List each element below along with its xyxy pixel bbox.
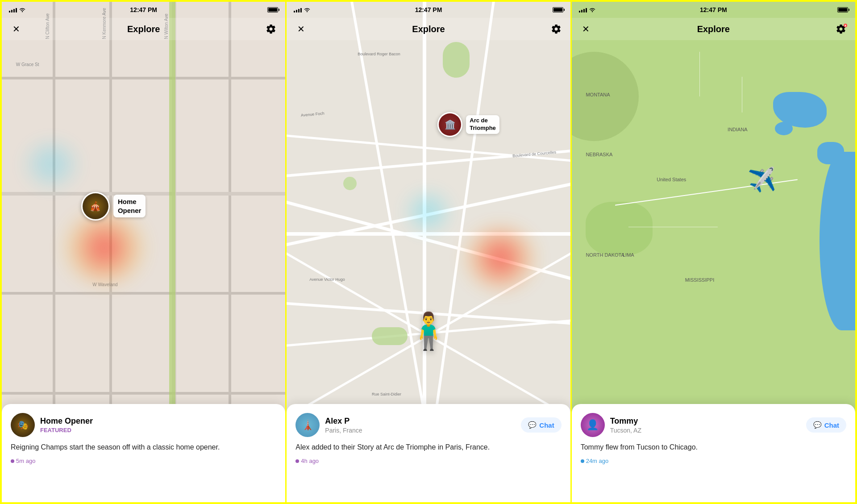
status-bar-3: 12:47 PM: [572, 2, 855, 18]
close-button-3[interactable]: ✕: [579, 22, 593, 36]
header-title-2: Explore: [412, 24, 445, 34]
status-right: [267, 7, 278, 12]
info-card-header-2: 🗼 Alex P Paris, France 💬 Chat: [295, 413, 561, 437]
home-opener-pin[interactable]: 🎪 Home Opener: [81, 192, 146, 221]
phone-screen-2: Avenue Foch Avenue Victor Hugo Boulevard…: [287, 2, 571, 502]
gear-icon: [266, 24, 276, 34]
info-time-1: 5m ago: [11, 458, 276, 464]
info-card-2: 🗼 Alex P Paris, France 💬 Chat Alex added…: [287, 404, 570, 502]
road: [2, 392, 285, 395]
crowd-image: 🎪: [83, 193, 108, 219]
time-dot-1: [11, 459, 14, 463]
label-4: MISSISSIPPI: [685, 277, 714, 283]
status-left-2: [294, 7, 311, 12]
chat-icon-2: 💬: [528, 421, 537, 429]
wifi-icon-3: [589, 7, 596, 12]
info-left-2: 🗼 Alex P Paris, France: [295, 413, 521, 437]
battery-icon: [267, 7, 278, 12]
heatmap: [64, 212, 145, 283]
info-name-section-2: Alex P Paris, France: [325, 417, 521, 434]
tommy-avatar: 👤: [581, 413, 605, 437]
crowd-avatar: 🎭: [11, 413, 35, 437]
gear-location-icon: [835, 24, 847, 34]
info-time-3: 24m ago: [581, 458, 846, 464]
time-dot-3: [581, 459, 584, 463]
time-display-3: 12:47 PM: [700, 6, 727, 13]
info-avatar-1: 🎭: [11, 413, 35, 437]
info-left-3: 👤 Tommy Tucson, AZ: [581, 413, 806, 437]
phone-screen-3: LIMA INDIANA United States MONTANA NEBRA…: [572, 2, 855, 502]
header-title-3: Explore: [697, 24, 730, 34]
settings-button-2[interactable]: [549, 22, 563, 36]
road: [2, 292, 285, 295]
settings-button-3[interactable]: [834, 22, 848, 36]
city-label-chicago: INDIANA: [728, 127, 748, 132]
status-right-2: [553, 7, 563, 12]
road: [2, 77, 285, 79]
info-time-2: 4h ago: [295, 458, 561, 464]
info-card-1: 🎭 Home Opener FEATURED Reigning Champs s…: [2, 404, 285, 502]
wifi-icon-2: [304, 7, 311, 12]
status-bar-1: 12:47 PM: [2, 2, 285, 18]
info-card-header-3: 👤 Tommy Tucson, AZ 💬 Chat: [581, 413, 846, 437]
status-bar-2: 12:47 PM: [287, 2, 570, 18]
city-label-us: United States: [657, 177, 686, 182]
street-label: W Grace St: [16, 62, 39, 67]
status-right-3: [837, 7, 848, 12]
status-left-3: [579, 7, 596, 12]
info-name-2: Alex P: [325, 417, 521, 426]
label-3: NORTH DAKOTA: [586, 252, 624, 258]
info-left-1: 🎭 Home Opener FEATURED: [11, 413, 276, 437]
time-display-1: 12:47 PM: [130, 6, 157, 13]
gear-icon-2: [551, 24, 562, 34]
home-opener-label: Home Opener: [113, 195, 146, 217]
montana-label: MONTANA: [586, 92, 610, 97]
heatmap-cool: [25, 142, 78, 187]
signal-icon-3: [579, 7, 587, 12]
info-name-section-1: Home Opener FEATURED: [40, 417, 276, 433]
info-card-header-1: 🎭 Home Opener FEATURED: [11, 413, 276, 437]
info-sub-3: Tucson, AZ: [610, 427, 806, 434]
info-name-3: Tommy: [610, 417, 806, 426]
settings-button-1[interactable]: [264, 22, 278, 36]
info-body-1: Reigning Champs start the season off wit…: [11, 442, 276, 452]
signal-icon: [9, 7, 17, 12]
heatmap-paris: [465, 227, 536, 289]
info-featured-label: FEATURED: [40, 427, 276, 433]
info-body-2: Alex added to their Story at Arc de Trio…: [295, 442, 561, 452]
heatmap-cool-paris: [406, 192, 450, 232]
app-header-3: ✕ Explore: [572, 18, 855, 40]
time-dot-2: [295, 459, 299, 463]
info-sub-2: Paris, France: [325, 427, 521, 434]
phone-screen-1: N Clifton Ave N Kenmore Ave N Wilton Ave…: [2, 2, 287, 502]
arc-avatar: 🏛️: [437, 112, 462, 137]
eiffel-avatar: 🗼: [295, 413, 320, 437]
arc-image: 🏛️: [439, 113, 461, 136]
bitmoji-character: 🧍‍♂️: [406, 310, 451, 352]
battery-icon-2: [553, 7, 563, 12]
arc-label: Arc de Triomphe: [466, 115, 499, 134]
info-avatar-2: 🗼: [295, 413, 320, 437]
airplane: ✈️: [747, 166, 777, 194]
chat-button-3[interactable]: 💬 Chat: [806, 417, 846, 433]
arc-pin[interactable]: 🏛️ Arc de Triomphe: [437, 112, 499, 137]
header-title-1: Explore: [127, 24, 160, 34]
battery-icon-3: [837, 7, 848, 12]
status-left: [9, 7, 26, 12]
time-display-2: 12:47 PM: [415, 6, 442, 13]
info-name-1: Home Opener: [40, 417, 276, 426]
label-2: NEBRASKA: [586, 152, 612, 157]
info-card-3: 👤 Tommy Tucson, AZ 💬 Chat Tommy flew fro…: [572, 404, 855, 502]
info-body-3: Tommy flew from Tucson to Chicago.: [581, 442, 846, 452]
close-button-2[interactable]: ✕: [294, 22, 308, 36]
signal-icon-2: [294, 7, 302, 12]
home-opener-avatar: 🎪: [81, 192, 110, 221]
info-name-section-3: Tommy Tucson, AZ: [610, 417, 806, 434]
app-header-2: ✕ Explore: [287, 18, 570, 40]
close-button-1[interactable]: ✕: [9, 22, 23, 36]
info-avatar-3: 👤: [581, 413, 605, 437]
chat-button-2[interactable]: 💬 Chat: [521, 417, 561, 433]
chat-icon-3: 💬: [813, 421, 822, 429]
wifi-icon: [19, 7, 26, 12]
app-header-1: ✕ Explore: [2, 18, 285, 40]
